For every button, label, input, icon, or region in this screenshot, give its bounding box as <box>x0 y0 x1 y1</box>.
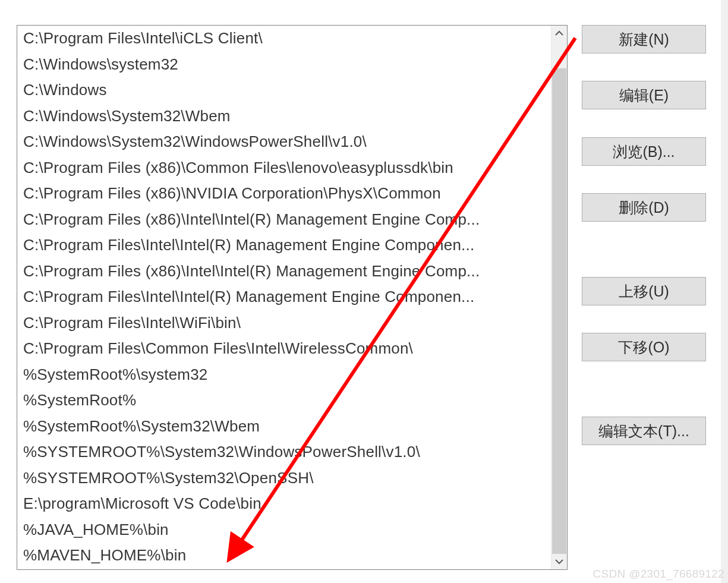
path-item[interactable]: %SYSTEMROOT%\System32\OpenSSH\ <box>17 465 551 491</box>
path-item[interactable]: C:\Windows\System32\Wbem <box>17 103 551 130</box>
delete-button[interactable]: 删除(D) <box>582 193 706 222</box>
path-item[interactable]: %SystemRoot%\System32\Wbem <box>17 414 551 440</box>
path-item[interactable]: E:\program\Microsoft VS Code\bin <box>17 491 551 517</box>
chevron-up-icon <box>555 30 563 36</box>
move-down-button[interactable]: 下移(O) <box>582 333 706 361</box>
path-item[interactable]: C:\Program Files\Intel\Intel(R) Manageme… <box>17 284 551 310</box>
path-item[interactable]: %SystemRoot%\system32 <box>17 362 551 388</box>
path-item[interactable]: C:\Program Files (x86)\NVIDIA Corporatio… <box>17 181 551 207</box>
chevron-down-icon <box>555 559 563 565</box>
new-button[interactable]: 新建(N) <box>582 25 706 53</box>
scroll-down-button[interactable] <box>551 554 567 569</box>
path-item[interactable]: C:\Program Files\Intel\WiFi\bin\ <box>17 310 551 336</box>
path-item[interactable]: C:\Windows <box>17 77 551 103</box>
path-item[interactable]: C:\Windows\system32 <box>17 52 551 78</box>
scroll-up-button[interactable] <box>551 26 567 41</box>
path-item[interactable]: C:\Program Files (x86)\Intel\Intel(R) Ma… <box>17 207 551 233</box>
path-list[interactable]: C:\Program Files\Intel\iCLS Client\C:\Wi… <box>17 26 551 569</box>
path-item[interactable]: %JAVA_HOME%\bin <box>17 517 551 543</box>
path-item[interactable]: %MAVEN_HOME%\bin <box>17 543 551 569</box>
scrollbar-thumb[interactable] <box>552 68 566 556</box>
move-up-button[interactable]: 上移(U) <box>582 277 706 305</box>
path-item[interactable]: %SystemRoot% <box>17 387 551 414</box>
path-item[interactable]: %SYSTEMROOT%\System32\WindowsPowerShell\… <box>17 439 551 465</box>
path-item[interactable]: C:\Program Files (x86)\Common Files\leno… <box>17 155 551 181</box>
path-item[interactable]: C:\Windows\System32\WindowsPowerShell\v1… <box>17 129 551 155</box>
path-item[interactable]: C:\Program Files (x86)\Intel\Intel(R) Ma… <box>17 259 551 285</box>
edit-text-button[interactable]: 编辑文本(T)... <box>582 417 706 445</box>
path-list-container: C:\Program Files\Intel\iCLS Client\C:\Wi… <box>17 25 568 570</box>
vertical-scrollbar[interactable] <box>551 26 567 569</box>
watermark-text: CSDN @2301_76689122 <box>593 568 724 581</box>
button-column: 新建(N) 编辑(E) 浏览(B)... 删除(D) 上移(U) 下移(O) 编… <box>582 25 706 445</box>
path-item[interactable]: C:\Program Files\Intel\iCLS Client\ <box>17 26 551 52</box>
browse-button[interactable]: 浏览(B)... <box>582 137 706 166</box>
path-item[interactable]: C:\Program Files\Intel\Intel(R) Manageme… <box>17 232 551 259</box>
env-var-edit-dialog: C:\Program Files\Intel\iCLS Client\C:\Wi… <box>0 0 721 583</box>
path-item[interactable]: C:\Program Files\Common Files\Intel\Wire… <box>17 336 551 362</box>
edit-button[interactable]: 编辑(E) <box>582 81 706 109</box>
content-area: C:\Program Files\Intel\iCLS Client\C:\Wi… <box>17 25 709 572</box>
